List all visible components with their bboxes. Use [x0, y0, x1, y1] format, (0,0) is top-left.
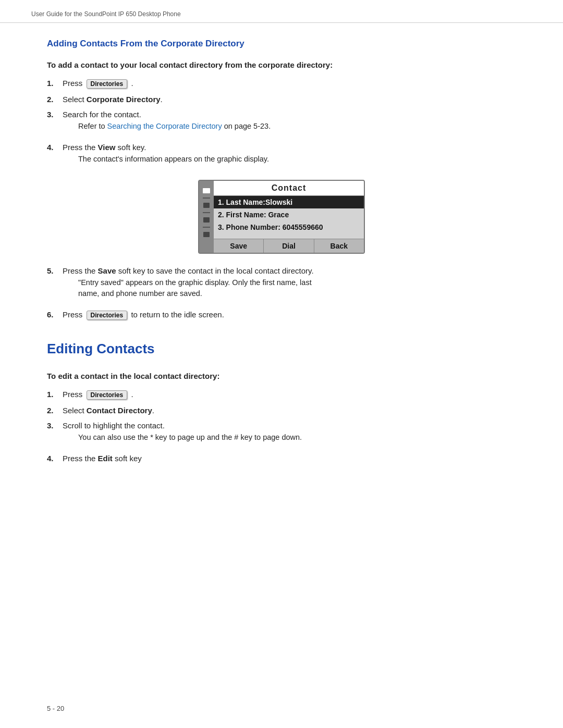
phone-divider-2 — [203, 212, 210, 213]
edit-step-4-number: 4. — [47, 454, 63, 463]
top-header: User Guide for the SoundPoint IP 650 Des… — [0, 0, 563, 23]
header-text: User Guide for the SoundPoint IP 650 Des… — [31, 10, 181, 18]
phone-screen-title: Contact — [214, 181, 364, 196]
page-footer: 5 - 20 — [47, 705, 64, 712]
editing-contacts-heading: Editing Contacts — [47, 341, 516, 357]
step-5-number: 5. — [47, 266, 63, 275]
edit-step-2-content: Select Contact Directory. — [63, 406, 516, 415]
step-1-content: Press Directories . — [63, 79, 516, 89]
page-container: User Guide for the SoundPoint IP 650 Des… — [0, 0, 563, 728]
step-3-number: 3. — [47, 110, 63, 119]
phone-divider-1 — [203, 198, 210, 199]
phone-divider-3 — [203, 227, 210, 228]
main-content: Adding Contacts From the Corporate Direc… — [0, 23, 563, 500]
step-5: 5. Press the Save soft key to save the c… — [47, 266, 516, 304]
edit-step-3: 3. Scroll to highlight the contact. You … — [47, 421, 516, 448]
edit-step-3-number: 3. — [47, 421, 63, 430]
directories-button-2[interactable]: Directories — [87, 311, 128, 320]
edit-step-1-content: Press Directories . — [63, 390, 516, 400]
edit-step-2: 2. Select Contact Directory. — [47, 406, 516, 415]
step-6-content: Press Directories to return to the idle … — [63, 310, 516, 320]
phone-row-1: 1. Last Name:Slowski — [214, 196, 364, 208]
softkey-back[interactable]: Back — [314, 239, 364, 253]
step-5-content: Press the Save soft key to save the cont… — [63, 266, 516, 304]
step-4-content: Press the View soft key. The contact's i… — [63, 143, 516, 169]
edit-step-2-number: 2. — [47, 406, 63, 415]
edit-step-1-number: 1. — [47, 390, 63, 399]
edit-step-1: 1. Press Directories . — [47, 390, 516, 400]
directories-button-1[interactable]: Directories — [87, 79, 128, 89]
section1-heading: Adding Contacts From the Corporate Direc… — [47, 39, 516, 49]
phone-left-strip — [199, 181, 214, 253]
step-2: 2. Select Corporate Directory. — [47, 95, 516, 104]
step-3-content: Search for the contact. Refer to Searchi… — [63, 110, 516, 137]
section1-subheading: To add a contact to your local contact d… — [47, 60, 516, 69]
phone-row-2: 2. First Name: Grace — [214, 208, 364, 221]
section2-subheading: To edit a contact in the local contact d… — [47, 372, 516, 380]
softkey-save[interactable]: Save — [214, 239, 264, 253]
step-4: 4. Press the View soft key. The contact'… — [47, 143, 516, 169]
steps-list-section2: 1. Press Directories . 2. Select Contact… — [47, 390, 516, 463]
step-3: 3. Search for the contact. Refer to Sear… — [47, 110, 516, 137]
steps-list-section1: 1. Press Directories . 2. Select Corpora… — [47, 79, 516, 169]
step-6: 6. Press Directories to return to the id… — [47, 310, 516, 320]
phone-row-3: 3. Phone Number: 6045559660 — [214, 221, 364, 233]
directories-button-3[interactable]: Directories — [87, 390, 128, 400]
step-2-content: Select Corporate Directory. — [63, 95, 516, 104]
phone-icon-4 — [203, 232, 210, 237]
softkey-dial[interactable]: Dial — [264, 239, 314, 253]
edit-step-3-note: You can also use the * key to page up an… — [78, 432, 516, 443]
phone-icon-2 — [203, 203, 210, 208]
phone-icon-3 — [203, 217, 210, 223]
step-6-number: 6. — [47, 310, 63, 319]
step-1: 1. Press Directories . — [47, 79, 516, 89]
step-2-number: 2. — [47, 95, 63, 104]
step-4-note: The contact's information appears on the… — [78, 154, 516, 165]
step-1-number: 1. — [47, 79, 63, 88]
phone-icon-1 — [203, 188, 210, 193]
phone-screen-area: Contact 1. Last Name:Slowski 2. First Na… — [214, 181, 364, 253]
step-5-note: "Entry saved" appears on the graphic dis… — [78, 277, 516, 300]
search-corporate-link[interactable]: Searching the Corporate Directory — [107, 122, 222, 130]
step-4-number: 4. — [47, 143, 63, 152]
phone-display-wrapper: Contact 1. Last Name:Slowski 2. First Na… — [47, 180, 516, 254]
phone-softkeys: Save Dial Back — [214, 239, 364, 253]
steps-list-section1-continued: 5. Press the Save soft key to save the c… — [47, 266, 516, 320]
page-number: 5 - 20 — [47, 705, 64, 712]
step-3-note: Refer to Searching the Corporate Directo… — [78, 121, 516, 132]
phone-display: Contact 1. Last Name:Slowski 2. First Na… — [198, 180, 365, 254]
edit-step-4: 4. Press the Edit soft key — [47, 454, 516, 463]
edit-step-3-content: Scroll to highlight the contact. You can… — [63, 421, 516, 448]
phone-spacer — [214, 233, 364, 239]
edit-step-4-content: Press the Edit soft key — [63, 454, 516, 463]
